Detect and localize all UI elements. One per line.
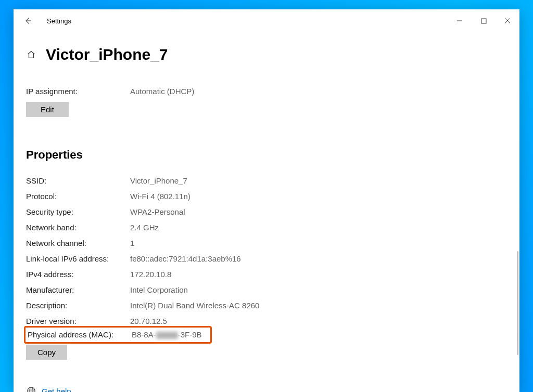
property-value: Intel Corporation bbox=[130, 282, 188, 298]
property-row: Network channel: 1 bbox=[26, 236, 519, 251]
properties-table: SSID: Victor_iPhone_7 Protocol: Wi-Fi 4 … bbox=[26, 173, 519, 325]
mac-label: Physical address (MAC): bbox=[28, 330, 132, 340]
property-label: Protocol: bbox=[26, 189, 130, 204]
help-icon bbox=[26, 386, 36, 392]
property-label: Manufacturer: bbox=[26, 282, 130, 298]
home-icon[interactable] bbox=[26, 49, 36, 60]
mac-suffix: -3F-9B bbox=[178, 330, 202, 339]
property-label: Network channel: bbox=[26, 236, 130, 251]
ip-assignment-value: Automatic (DHCP) bbox=[130, 84, 194, 99]
property-row: Driver version: 20.70.12.5 bbox=[26, 313, 519, 325]
svg-rect-0 bbox=[481, 19, 486, 23]
edit-button[interactable]: Edit bbox=[26, 102, 69, 117]
titlebar: Settings bbox=[14, 9, 519, 32]
property-value: fe80::adec:7921:4d1a:3aeb%16 bbox=[130, 251, 241, 267]
property-row: Manufacturer: Intel Corporation bbox=[26, 282, 519, 298]
copy-button[interactable]: Copy bbox=[26, 345, 67, 360]
ip-assignment-row: IP assignment: Automatic (DHCP) bbox=[26, 84, 519, 99]
minimize-button[interactable] bbox=[448, 12, 472, 29]
help-link-text: Get help bbox=[42, 387, 71, 393]
close-button[interactable] bbox=[496, 12, 519, 29]
ip-assignment-label: IP assignment: bbox=[26, 84, 130, 99]
property-row: Protocol: Wi-Fi 4 (802.11n) bbox=[26, 189, 519, 204]
property-value: 2.4 GHz bbox=[130, 220, 159, 236]
property-value: Intel(R) Dual Band Wireless-AC 8260 bbox=[130, 298, 259, 313]
property-row: IPv4 address: 172.20.10.8 bbox=[26, 267, 519, 282]
window-controls bbox=[448, 12, 519, 29]
property-row: Network band: 2.4 GHz bbox=[26, 220, 519, 236]
property-value: 20.70.12.5 bbox=[130, 313, 167, 325]
property-value: 172.20.10.8 bbox=[130, 267, 171, 282]
content-area: Victor_iPhone_7 IP assignment: Automatic… bbox=[14, 32, 519, 392]
svg-point-1 bbox=[28, 387, 35, 392]
mac-prefix: B8-8A bbox=[132, 330, 154, 339]
scrollbar[interactable] bbox=[517, 251, 518, 355]
property-value: WPA2-Personal bbox=[130, 204, 185, 220]
property-label: SSID: bbox=[26, 173, 130, 189]
property-value: Wi-Fi 4 (802.11n) bbox=[130, 189, 191, 204]
property-row: Description: Intel(R) Dual Band Wireless… bbox=[26, 298, 519, 313]
property-row: SSID: Victor_iPhone_7 bbox=[26, 173, 519, 189]
property-label: Link-local IPv6 address: bbox=[26, 251, 130, 267]
property-row: Link-local IPv6 address: fe80::adec:7921… bbox=[26, 251, 519, 267]
page-header: Victor_iPhone_7 bbox=[26, 46, 519, 63]
mac-redacted bbox=[156, 332, 178, 339]
svg-point-2 bbox=[30, 387, 33, 392]
property-label: Description: bbox=[26, 298, 130, 313]
page-title: Victor_iPhone_7 bbox=[46, 46, 168, 63]
maximize-button[interactable] bbox=[472, 12, 496, 29]
mac-value: B8-8A--3F-9B bbox=[132, 330, 202, 340]
mac-row: Physical address (MAC): B8-8A--3F-9B bbox=[28, 330, 202, 340]
property-row: Security type: WPA2-Personal bbox=[26, 204, 519, 220]
property-value: Victor_iPhone_7 bbox=[130, 173, 187, 189]
app-title: Settings bbox=[47, 17, 71, 25]
back-button[interactable] bbox=[23, 16, 33, 26]
settings-window: Settings Victor_iPhone_7 IP assignment: … bbox=[14, 9, 519, 392]
properties-heading: Properties bbox=[26, 148, 519, 162]
mac-highlight: Physical address (MAC): B8-8A--3F-9B bbox=[24, 326, 212, 344]
property-label: Security type: bbox=[26, 204, 130, 220]
property-value: 1 bbox=[130, 236, 134, 251]
property-label: Driver version: bbox=[26, 313, 130, 325]
get-help-link[interactable]: Get help bbox=[26, 386, 519, 392]
property-label: IPv4 address: bbox=[26, 267, 130, 282]
property-label: Network band: bbox=[26, 220, 130, 236]
